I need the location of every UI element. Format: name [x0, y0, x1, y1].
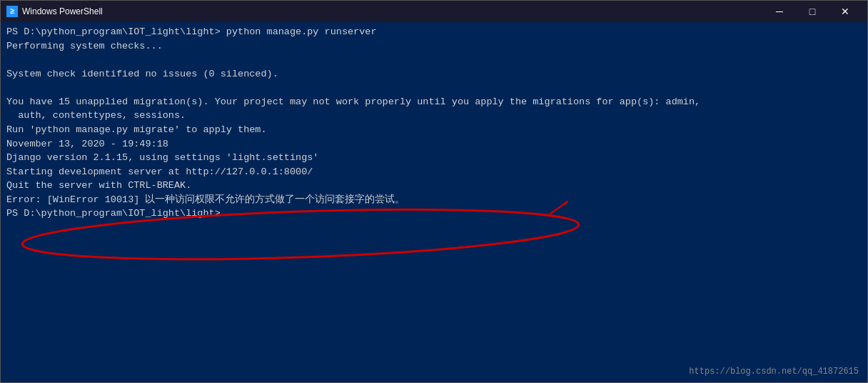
watermark: https://blog.csdn.net/qq_41872615 — [689, 367, 859, 377]
window-controls: ─ □ ✕ — [763, 1, 862, 22]
powershell-window: ≥ Windows PowerShell ─ □ ✕ PS D:\python_… — [0, 0, 868, 383]
terminal-line — [6, 81, 862, 95]
terminal-line — [6, 53, 862, 67]
terminal-line: Quit the server with CTRL-BREAK. — [6, 179, 862, 193]
close-button[interactable]: ✕ — [829, 1, 862, 22]
title-bar: ≥ Windows PowerShell ─ □ ✕ — [1, 1, 867, 22]
terminal-line: System check identified no issues (0 sil… — [6, 67, 862, 81]
terminal-line: Django version 2.1.15, using settings 'l… — [6, 151, 862, 165]
terminal-line: PS D:\python_program\IOT_light\light> py… — [6, 25, 862, 39]
terminal-line: Run 'python manage.py migrate' to apply … — [6, 123, 862, 137]
window-title: Windows PowerShell — [22, 6, 103, 16]
terminal-prompt-line: PS D:\python_program\IOT_light\light> — [6, 207, 862, 221]
title-bar-left: ≥ Windows PowerShell — [6, 6, 103, 17]
powershell-icon: ≥ — [6, 6, 18, 17]
terminal-body[interactable]: PS D:\python_program\IOT_light\light> py… — [1, 22, 867, 382]
terminal-line: Performing system checks... — [6, 39, 862, 54]
terminal-line: November 13, 2020 - 19:49:18 — [6, 137, 862, 151]
minimize-button[interactable]: ─ — [763, 1, 796, 22]
terminal-line: Starting development server at http://12… — [6, 165, 862, 179]
terminal-line: You have 15 unapplied migration(s). Your… — [6, 95, 862, 109]
maximize-button[interactable]: □ — [796, 1, 829, 22]
error-line: Error: [WinError 10013] 以一种访问权限不允许的方式做了一… — [6, 193, 862, 207]
terminal-line: auth, contenttypes, sessions. — [6, 109, 862, 123]
